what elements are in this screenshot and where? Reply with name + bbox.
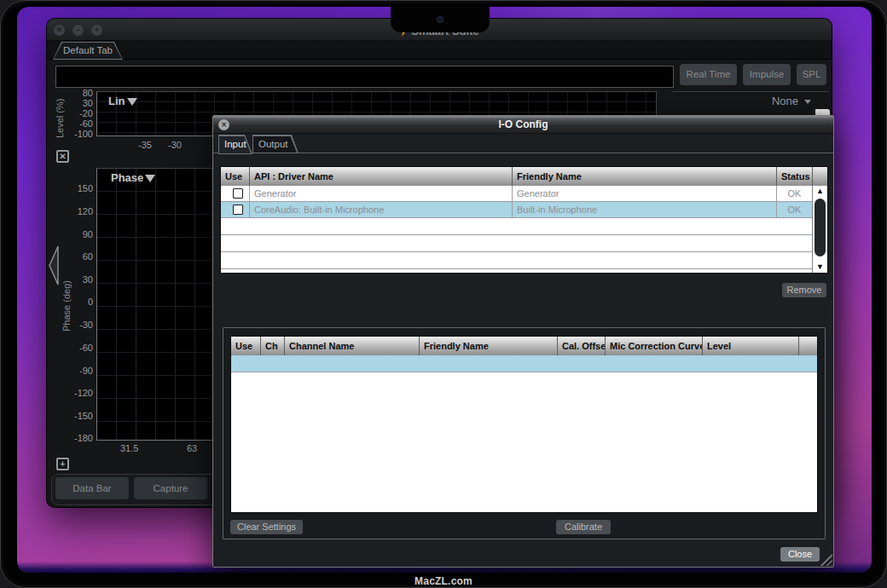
- col-scroll: [798, 337, 817, 355]
- level-type-dropdown[interactable]: Lin: [108, 95, 137, 107]
- use-checkbox[interactable]: [233, 205, 243, 215]
- phase-ytick: 90: [64, 229, 93, 239]
- tab-default-label: Default Tab: [53, 42, 123, 60]
- level-xtick: -35: [138, 140, 152, 150]
- preset-dropdown[interactable]: None: [738, 95, 811, 107]
- phase-ytick: -150: [64, 411, 93, 421]
- bezel-brand-text: MacZL.com: [0, 575, 887, 587]
- device-table: Use API : Driver Name Friendly Name Stat…: [220, 166, 828, 274]
- phase-ytick: 150: [64, 183, 93, 193]
- phase-ytick: -120: [64, 388, 93, 398]
- phase-type-dropdown[interactable]: Phase: [111, 171, 155, 184]
- driver-name: CoreAudio: Built-in Microphone: [249, 202, 512, 217]
- level-ytick: 80: [64, 88, 93, 98]
- clear-settings-button[interactable]: Clear Settings: [230, 520, 303, 534]
- col-friendly: Friendly Name: [512, 167, 776, 186]
- macbook-frame: ✕ − + Smaart Suite Default Tab Real Time…: [0, 0, 887, 588]
- col-level: Level: [702, 337, 798, 355]
- status-value: OK: [776, 186, 812, 201]
- table-row-empty[interactable]: [221, 252, 812, 269]
- dropdown-triangle-icon: [145, 175, 155, 182]
- tab-input-label: Input: [218, 135, 252, 153]
- col-scroll: [812, 167, 827, 186]
- table-filler: [221, 269, 812, 273]
- capture-button[interactable]: Capture: [134, 477, 207, 499]
- channel-table: Use Ch Channel Name Friendly Name Cal. O…: [230, 336, 818, 513]
- scroll-up-icon[interactable]: ▲: [816, 186, 824, 197]
- scrollbar-thumb[interactable]: [815, 199, 826, 257]
- table-row-selected[interactable]: CoreAudio: Built-in Microphone Built-in …: [221, 202, 812, 218]
- col-channel: Channel Name: [284, 337, 419, 355]
- phase-axis-label: Phase (deg): [61, 268, 72, 344]
- use-checkbox[interactable]: [233, 188, 243, 199]
- channel-table-filler: [231, 372, 817, 512]
- col-use: Use: [231, 337, 260, 355]
- col-cal-offset: Cal. Offset: [557, 337, 605, 355]
- tab-input[interactable]: Input: [218, 135, 252, 154]
- meter-strip: [55, 66, 674, 88]
- camera-dot-icon: [437, 16, 444, 23]
- col-friendly: Friendly Name: [419, 337, 557, 355]
- close-pane-icon[interactable]: ✕: [56, 150, 69, 163]
- dropdown-triangle-icon: [127, 98, 137, 106]
- right-panel-divider: [672, 91, 829, 92]
- level-type-label: Lin: [108, 95, 125, 107]
- driver-name: Generator: [249, 186, 512, 201]
- level-ytick: -60: [64, 118, 93, 129]
- col-mic-curve: Mic Correction Curve: [605, 337, 702, 355]
- workspace-tabbar: Default Tab: [47, 41, 832, 60]
- scroll-down-icon[interactable]: ▼: [816, 262, 824, 273]
- table-row-empty[interactable]: [221, 235, 812, 252]
- device-rows: Generator Generator OK CoreAudio: Built-…: [221, 186, 812, 273]
- dialog-titlebar[interactable]: ✕ I-O Config: [213, 116, 833, 134]
- phase-type-label: Phase: [111, 171, 143, 184]
- chevron-down-icon: [804, 100, 811, 104]
- impulse-button[interactable]: Impulse: [743, 64, 791, 85]
- col-driver: API : Driver Name: [249, 167, 512, 186]
- col-use: Use: [221, 167, 249, 186]
- channel-table-header: Use Ch Channel Name Friendly Name Cal. O…: [231, 337, 817, 355]
- io-config-dialog: ✕ I-O Config Input Output Use: [212, 115, 834, 568]
- close-button[interactable]: Close: [780, 547, 820, 562]
- desktop-wallpaper: ✕ − + Smaart Suite Default Tab Real Time…: [17, 7, 872, 573]
- phase-ytick: 120: [64, 206, 93, 216]
- tab-output-label: Output: [252, 135, 299, 153]
- col-status: Status: [776, 167, 812, 186]
- real-time-button[interactable]: Real Time: [680, 64, 737, 85]
- table-row-empty[interactable]: [221, 218, 812, 235]
- level-ytick: -100: [64, 129, 93, 139]
- table-row[interactable]: Generator Generator OK: [221, 186, 812, 202]
- add-pane-icon[interactable]: +: [56, 458, 69, 470]
- tab-default[interactable]: Default Tab: [53, 42, 123, 60]
- level-ytick: 30: [64, 98, 93, 108]
- tab-output[interactable]: Output: [252, 135, 299, 153]
- phase-ytick: 60: [64, 251, 93, 262]
- device-table-scrollbar: ▲ ▼: [812, 186, 827, 273]
- calibrate-button[interactable]: Calibrate: [556, 520, 611, 534]
- friendly-name: Built-in Microphone: [512, 202, 776, 217]
- level-ytick: -20: [64, 108, 93, 118]
- phase-ytick: -90: [64, 366, 93, 376]
- dialog-title: I-O Config: [213, 118, 833, 130]
- resize-grip[interactable]: [818, 554, 832, 566]
- level-xtick: -30: [168, 140, 182, 150]
- drawer-handle-arrow-icon[interactable]: [48, 245, 59, 285]
- device-table-body: Generator Generator OK CoreAudio: Built-…: [221, 186, 827, 273]
- remove-button[interactable]: Remove: [782, 283, 826, 297]
- camera-notch: [391, 7, 490, 32]
- device-table-header: Use API : Driver Name Friendly Name Stat…: [221, 167, 827, 186]
- col-ch: Ch: [260, 337, 284, 355]
- friendly-name: Generator: [512, 186, 776, 201]
- phase-ytick: -180: [64, 433, 93, 443]
- dialog-tabbar: Input Output: [213, 134, 833, 153]
- phase-xtick: 63: [187, 443, 197, 453]
- channel-row-selected[interactable]: [231, 355, 817, 372]
- data-bar-button[interactable]: Data Bar: [55, 477, 129, 499]
- phase-xtick: 31.5: [120, 443, 138, 453]
- channel-panel: Use Ch Channel Name Friendly Name Cal. O…: [223, 327, 826, 539]
- spl-button[interactable]: SPL: [797, 64, 826, 85]
- status-value: OK: [776, 202, 812, 217]
- preset-value: None: [772, 95, 798, 107]
